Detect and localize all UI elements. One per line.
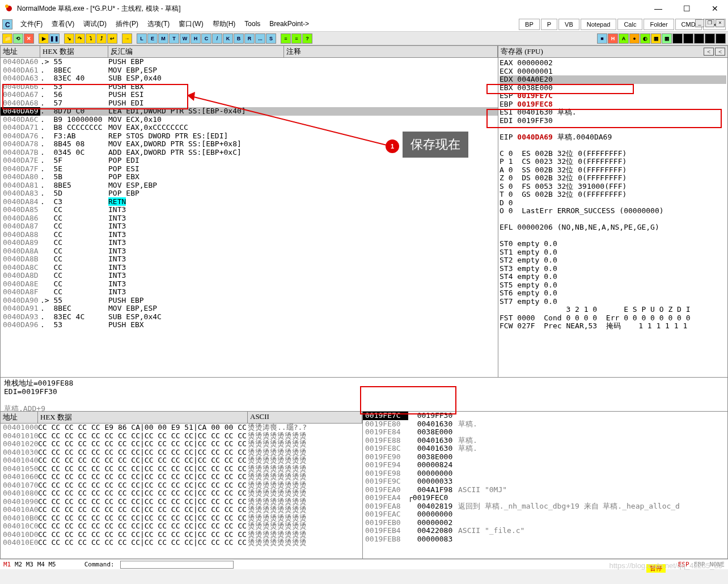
- disasm-row[interactable]: 0040DA67. 56 PUSH ESI: [1, 91, 498, 99]
- disasm-row[interactable]: 0040DA96. 53 PUSH EBX: [1, 321, 498, 329]
- menu-Tools[interactable]: Tools: [240, 18, 265, 30]
- step-into-button[interactable]: ↘: [64, 33, 74, 44]
- disasm-row[interactable]: 0040DA93. 83EC 4C SUB ESP,0x4C: [1, 313, 498, 321]
- plugin-12[interactable]: [716, 33, 726, 44]
- stack-row[interactable]: 0019FEAC 00000000: [363, 510, 727, 519]
- dump-row[interactable]: 00401070CC CC CC CC CC CC CC CC|CC CC CC…: [1, 481, 362, 490]
- dump-row[interactable]: 00401020CC CC CC CC CC CC CC CC|CC CC CC…: [1, 440, 362, 448]
- stack-row[interactable]: 0019FEB4 00422080ASCII "_file.c": [363, 527, 727, 535]
- disasm-row[interactable]: 0040DA8A CC INT3: [1, 247, 498, 256]
- disasm-row[interactable]: 0040DA68. 57 PUSH EDI: [1, 99, 498, 108]
- plugin-1[interactable]: ■: [597, 33, 607, 44]
- restart-button[interactable]: ⟲: [13, 33, 23, 44]
- stack-pane[interactable]: 0019FE7C 0019FF300019FE80 00401630草稿.001…: [363, 412, 728, 559]
- disasm-row[interactable]: 0040DA8F CC INT3: [1, 288, 498, 297]
- help-button[interactable]: ?: [302, 33, 312, 44]
- plugin-2[interactable]: H: [608, 33, 618, 44]
- registers-pane[interactable]: 寄存器 (FPU) < < EAX 00000002ECX 00000001ED…: [498, 45, 728, 378]
- toolbar-...[interactable]: ...: [255, 33, 265, 44]
- status-M2[interactable]: M2: [15, 561, 26, 568]
- close-button[interactable]: ✕: [706, 4, 723, 13]
- menubtn-folder[interactable]: Folder: [644, 19, 674, 30]
- dump-row[interactable]: 00401040CC CC CC CC CC CC CC CC|CC CC CC…: [1, 456, 362, 465]
- menu-调试(D)[interactable]: 调试(D): [79, 18, 111, 30]
- options-button[interactable]: ≡: [281, 33, 291, 44]
- stack-row[interactable]: 0019FEB0 00000002: [363, 519, 727, 527]
- toolbar-T[interactable]: T: [169, 33, 179, 44]
- disasm-row[interactable]: 0040DA91. 8BEC MOV EBP,ESP: [1, 304, 498, 313]
- step-over-button[interactable]: ↷: [75, 33, 85, 44]
- mdi-close[interactable]: ×: [716, 19, 725, 27]
- menubtn-p[interactable]: P: [541, 19, 557, 30]
- menu-帮助(H)[interactable]: 帮助(H): [208, 18, 240, 30]
- stack-row[interactable]: 0019FE9C 00000033: [363, 477, 727, 486]
- stack-row[interactable]: 0019FEA4┌0019FEC0: [363, 494, 727, 502]
- toolbar-B[interactable]: B: [234, 33, 244, 44]
- stack-row[interactable]: 0019FE88 00401630草稿.: [363, 437, 727, 445]
- run-button[interactable]: ▶: [39, 33, 49, 44]
- toolbar-M[interactable]: M: [158, 33, 168, 44]
- goto-button[interactable]: →: [122, 33, 132, 44]
- toolbar-C[interactable]: C: [201, 33, 211, 44]
- dump-row[interactable]: 00401090CC CC CC CC CC CC CC CC|CC CC CC…: [1, 498, 362, 506]
- menubtn-notepad[interactable]: Notepad: [581, 19, 617, 30]
- menubtn-bp[interactable]: BP: [519, 19, 540, 30]
- dump-row[interactable]: 004010D0CC CC CC CC CC CC CC CC|CC CC CC…: [1, 531, 362, 539]
- menu-BreakPoint->[interactable]: BreakPoint->: [265, 18, 314, 30]
- stack-row[interactable]: 0019FEA8 00402819返回到 草稿._nh_malloc_dbg+1…: [363, 502, 727, 511]
- plugin-5[interactable]: ◐: [640, 33, 650, 44]
- status-M4[interactable]: M4: [37, 561, 49, 568]
- dump-row[interactable]: 004010E0CC CC CC CC CC CC CC CC|CC CC CC…: [1, 539, 362, 547]
- toolbar-/[interactable]: /: [212, 33, 222, 44]
- disasm-row[interactable]: 0040DA85 CC INT3: [1, 206, 498, 214]
- disasm-row[interactable]: 0040DA88 CC INT3: [1, 231, 498, 239]
- trace-into-button[interactable]: ⤵: [86, 33, 96, 44]
- toolbar-K[interactable]: K: [223, 33, 233, 44]
- disasm-row[interactable]: 0040DA61. 8BEC MOV EBP,ESP: [1, 66, 498, 75]
- disasm-row[interactable]: 0040DA8E CC INT3: [1, 280, 498, 289]
- close-debuggee-button[interactable]: ✕: [24, 33, 34, 44]
- toolbar-W[interactable]: W: [180, 33, 190, 44]
- stack-row[interactable]: 0019FE7C 0019FF30: [363, 412, 727, 420]
- command-input[interactable]: [120, 561, 234, 569]
- status-M3[interactable]: M3: [26, 561, 37, 568]
- hex-dump-pane[interactable]: 地址 HEX 数据 ASCII 00401000CC CC CC CC CC E…: [0, 412, 363, 559]
- maximize-button[interactable]: ☐: [678, 4, 695, 13]
- disasm-row[interactable]: 0040DA60.> 55 PUSH EBP: [1, 58, 498, 66]
- plugin-10[interactable]: [694, 33, 704, 44]
- toolbar-S[interactable]: S: [266, 33, 276, 44]
- toolbar-R[interactable]: R: [244, 33, 255, 44]
- dump-row[interactable]: 00401080CC CC CC CC CC CC CC CC|CC CC CC…: [1, 489, 362, 498]
- menu-查看(V)[interactable]: 查看(V): [47, 18, 79, 30]
- execute-till-return-button[interactable]: ↩: [107, 33, 117, 44]
- dump-row[interactable]: 00401050CC CC CC CC CC CC CC CC|CC CC CC…: [1, 465, 362, 473]
- stack-row[interactable]: 0019FEA0 004A1F98ASCII "0MJ": [363, 486, 727, 494]
- stack-row[interactable]: 0019FE94 00000824: [363, 461, 727, 469]
- dump-row[interactable]: 004010B0CC CC CC CC CC CC CC CC|CC CC CC…: [1, 514, 362, 523]
- plugin-11[interactable]: [705, 33, 715, 44]
- plugin-7[interactable]: ▦: [662, 33, 672, 44]
- open-button[interactable]: 📁: [2, 33, 12, 44]
- pause-button[interactable]: ❚❚: [49, 33, 60, 44]
- disasm-row[interactable]: 0040DA80. 5B POP EBX: [1, 173, 498, 181]
- plugin-4[interactable]: ●: [629, 33, 640, 44]
- disasm-row[interactable]: 0040DA8B CC INT3: [1, 255, 498, 264]
- disasm-row[interactable]: 0040DA87 CC INT3: [1, 222, 498, 231]
- stack-row[interactable]: 0019FE98 00000000: [363, 469, 727, 478]
- menu-选项(T)[interactable]: 选项(T): [143, 18, 174, 30]
- plugin-9[interactable]: [683, 33, 693, 44]
- disasm-row[interactable]: 0040DA8C CC INT3: [1, 264, 498, 272]
- dump-row[interactable]: 00401060CC CC CC CC CC CC CC CC|CC CC CC…: [1, 473, 362, 481]
- cpu-window-icon[interactable]: C: [2, 19, 12, 29]
- dump-row[interactable]: 004010A0CC CC CC CC CC CC CC CC|CC CC CC…: [1, 506, 362, 514]
- stack-row[interactable]: 0019FE80 00401630草稿.: [363, 420, 727, 429]
- toolbar-E[interactable]: E: [147, 33, 158, 44]
- toolbar-L[interactable]: L: [137, 33, 147, 44]
- disasm-row[interactable]: 0040DA89 CC INT3: [1, 239, 498, 247]
- disasm-row[interactable]: 0040DA6C. B9 10000000MOV ECX,0x10: [1, 116, 498, 124]
- menu-插件(P)[interactable]: 插件(P): [111, 18, 143, 30]
- dump-row[interactable]: 00401000CC CC CC CC CC E9 86 CA|00 00 E9…: [1, 424, 362, 432]
- stack-row[interactable]: 0019FE8C 00401630草稿.: [363, 445, 727, 453]
- reg-back-button[interactable]: <: [704, 48, 714, 56]
- disasm-row[interactable]: 0040DA83. 5D POP EBP: [1, 189, 498, 198]
